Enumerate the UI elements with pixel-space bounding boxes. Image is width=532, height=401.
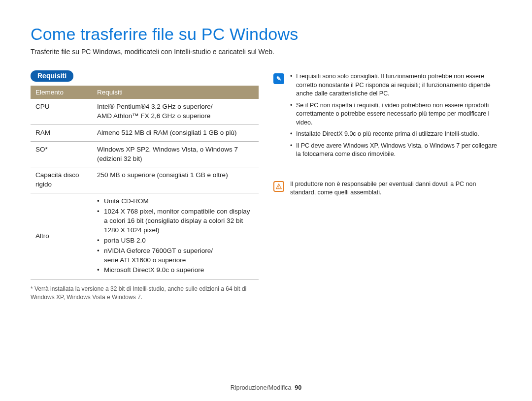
req-hdd-label: Capacità disco rigido: [31, 167, 92, 193]
requirements-col-element: Elemento: [31, 86, 92, 99]
warning-triangle-icon: [275, 183, 282, 190]
info-note-box: ✎ I requisiti sono solo consigliati. Il …: [273, 70, 501, 169]
requirements-col-requirement: Requisiti: [92, 86, 259, 99]
requirements-footnote: * Verrà installata la versione a 32 bit …: [31, 285, 259, 302]
req-os-label: SO*: [31, 141, 92, 167]
svg-point-1: [278, 187, 279, 188]
list-item: I requisiti sono solo consigliati. Il fu…: [290, 72, 501, 98]
list-item: Installate DirectX 9.0c o più recente pr…: [290, 130, 501, 139]
right-column: ✎ I requisiti sono solo consigliati. Il …: [273, 70, 501, 302]
requirements-table: Elemento Requisiti CPU Intel® Pentium®4 …: [31, 86, 259, 280]
page-subtitle: Trasferite file su PC Windows, modificat…: [31, 48, 501, 56]
req-ram-value: Almeno 512 MB di RAM (consigliati 1 GB o…: [92, 124, 259, 141]
warning-note-text: Il produttore non è responsabile per eve…: [290, 180, 501, 197]
list-item: Unità CD-ROM: [97, 197, 254, 206]
req-os-value: Windows XP SP2, Windows Vista, o Windows…: [92, 141, 259, 167]
list-item: 1024 X 768 pixel, monitor compatibile co…: [97, 207, 254, 235]
req-other-label: Altro: [31, 193, 92, 280]
table-row: CPU Intel® Pentium®4 3,2 GHz o superiore…: [31, 99, 259, 124]
info-icon: ✎: [273, 73, 284, 84]
pencil-icon: ✎: [276, 75, 281, 82]
req-other-list: Unità CD-ROM 1024 X 768 pixel, monitor c…: [97, 197, 254, 275]
list-item: Se il PC non rispetta i requisiti, i vid…: [290, 101, 501, 127]
info-note-list: I requisiti sono solo consigliati. Il fu…: [290, 72, 501, 159]
footer-page-number: 90: [295, 384, 301, 391]
warning-note-box: Il produttore non è responsabile per eve…: [273, 178, 501, 207]
req-cpu-label: CPU: [31, 99, 92, 124]
list-item: Microsoft DirectX 9.0c o superiore: [97, 266, 254, 275]
table-row: Altro Unità CD-ROM 1024 X 768 pixel, mon…: [31, 193, 259, 280]
list-item: porta USB 2.0: [97, 236, 254, 246]
footer-section: Riproduzione/Modifica: [231, 384, 292, 391]
req-cpu-value: Intel® Pentium®4 3,2 GHz o superiore/ AM…: [92, 99, 259, 124]
req-other-value: Unità CD-ROM 1024 X 768 pixel, monitor c…: [92, 193, 259, 280]
table-row: SO* Windows XP SP2, Windows Vista, o Win…: [31, 141, 259, 167]
requirements-heading-pill: Requisiti: [31, 70, 73, 82]
warning-icon: [273, 181, 284, 192]
list-item: nVIDIA Geforce 7600GT o superiore/ serie…: [97, 247, 254, 265]
left-column: Requisiti Elemento Requisiti CPU Intel® …: [31, 70, 259, 302]
req-ram-label: RAM: [31, 124, 92, 141]
page-title: Come trasferire file su PC Windows: [31, 25, 501, 44]
req-hdd-value: 250 MB o superiore (consigliati 1 GB e o…: [92, 167, 259, 193]
page-footer: Riproduzione/Modifica 90: [0, 384, 532, 391]
table-row: Capacità disco rigido 250 MB o superiore…: [31, 167, 259, 193]
list-item: Il PC deve avere Windows XP, Windows Vis…: [290, 142, 501, 159]
table-row: RAM Almeno 512 MB di RAM (consigliati 1 …: [31, 124, 259, 141]
